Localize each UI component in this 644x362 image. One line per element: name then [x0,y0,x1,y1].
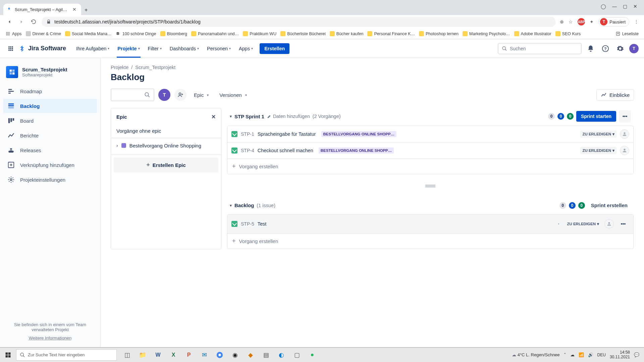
board-search[interactable] [111,88,154,101]
close-window-icon[interactable]: ✕ [633,4,637,9]
back-icon[interactable] [5,19,13,25]
epic-link[interactable]: BESTELLVORGANG ONLINE SHOPP… [319,147,394,154]
resize-handle[interactable] [227,182,634,190]
issues-without-epic[interactable]: Vorgänge ohne epic [111,124,221,138]
nav-projects[interactable]: Projekte▾ [113,39,144,58]
footer-link[interactable]: Weitere Informationen [5,336,95,341]
bookmark-item[interactable]: Bücherliste Bücherei [280,31,326,36]
sidebar-item-add-link[interactable]: Verknüpfung hinzufügen [3,158,97,172]
issue-more-icon[interactable]: ••• [617,218,629,230]
bookmark-item[interactable]: Social Media Mana… [65,31,112,36]
nav-dashboards[interactable]: Dashboards▾ [166,39,203,58]
assignee-filter-avatar[interactable]: T [158,89,170,101]
bookmark-leseliste[interactable]: Leseliste [615,31,639,36]
nav-your-work[interactable]: Ihre Aufgaben▾ [72,39,113,58]
bookmark-item[interactable]: Bloomberg [160,31,187,36]
bookmark-item[interactable]: SEO Kurs [555,31,581,36]
action-center-icon[interactable]: 💬 [634,352,639,357]
issue-summary[interactable]: Checkout schnell machen [258,148,313,153]
edge-icon[interactable]: ◐ [274,348,289,362]
issue-key[interactable]: STP-4 [241,148,254,153]
taskbar-search[interactable]: Zur Suche Text hier eingeben [16,349,117,361]
nav-people[interactable]: Personen▾ [203,39,235,58]
spotify-icon[interactable]: ● [305,348,320,362]
forward-icon[interactable] [17,19,25,25]
issue-key[interactable]: STP-1 [241,131,254,137]
status-dropdown[interactable]: ZU ERLEDIGEN▾ [580,147,616,154]
language-indicator[interactable]: DEU [597,353,606,357]
bookmark-item[interactable]: Dinner & Crime [26,31,61,36]
assignee-avatar[interactable] [604,219,614,229]
breadcrumb-root[interactable]: Projekte [111,65,128,70]
sidebar-item-roadmap[interactable]: Roadmap [3,84,97,98]
onedrive-icon[interactable]: ☁ [570,352,575,357]
bookmark-item[interactable]: Adobe Illustrator [514,31,551,36]
bookmark-item[interactable]: Praktikum WU [243,31,276,36]
chrome-icon[interactable] [212,348,227,362]
tray-chevron-icon[interactable]: ˄ [564,352,566,357]
bookmark-item[interactable]: Photoshop lernen [419,31,459,36]
notifications-icon[interactable] [585,43,596,54]
versions-filter[interactable]: Versionen▾ [216,90,250,100]
file-explorer-icon[interactable]: 📁 [135,348,150,362]
user-avatar[interactable]: T [629,44,639,53]
insights-button[interactable]: Einblicke [596,89,634,101]
sidebar-item-backlog[interactable]: Backlog [3,99,97,113]
chevron-right-icon[interactable]: › [116,143,118,148]
clock[interactable]: 14:58 30.11.2021 [610,350,630,359]
status-dropdown[interactable]: ZU ERLEDIGEN▾ [580,130,616,138]
nav-filters[interactable]: Filter▾ [144,39,166,58]
bookmark-apps[interactable]: Apps [5,31,22,36]
sidebar-item-reports[interactable]: Berichte [3,128,97,142]
address-bar[interactable]: testdeutsch1.atlassian.net/jira/software… [42,17,556,27]
adblock-icon[interactable]: ABP [578,18,585,25]
create-sprint-button[interactable]: Sprint erstellen [588,200,631,211]
sidebar-item-settings[interactable]: Projekteinstellungen [3,173,97,187]
app-icon[interactable]: ▤ [258,348,274,362]
settings-icon[interactable] [614,43,626,54]
new-tab-button[interactable]: + [81,5,91,15]
estimate-badge[interactable]: - [555,221,561,227]
add-dates-link[interactable]: Daten hinzufügen [267,114,310,119]
epic-link[interactable]: BESTELLVORGANG ONLINE SHOPP… [321,131,397,137]
mail-icon[interactable]: ✉ [197,348,212,362]
sidebar-item-releases[interactable]: Releases [3,143,97,157]
reload-icon[interactable] [30,19,38,25]
epic-filter[interactable]: Epic▾ [191,90,212,100]
zoom-icon[interactable]: ⊕ [560,19,564,24]
close-icon[interactable]: ✕ [211,114,216,120]
status-dropdown[interactable]: ZU ERLEDIGEN▾ [565,220,601,228]
browser-tab[interactable]: Scrum_Testprojekt – Agile-Board ✕ [3,4,81,15]
issue-row[interactable]: STP-4 Checkout schnell machen BESTELLVOR… [227,142,633,159]
jira-logo[interactable]: Jira Software [19,45,66,52]
bookmark-item[interactable]: Marketing Psycholo… [463,31,510,36]
project-header[interactable]: Scrum_Testprojekt Softwareprojekt [3,66,97,84]
start-button[interactable] [0,348,16,362]
bookmark-item[interactable]: Bücher kaufen [330,31,364,36]
notepad-icon[interactable]: ▢ [289,348,305,362]
global-search[interactable]: Suchen [498,43,582,54]
minimize-icon[interactable]: — [612,4,617,9]
volume-icon[interactable]: 🔊 [588,352,593,357]
create-button[interactable]: Erstellen [260,43,289,54]
create-epic-button[interactable]: +Erstellen Epic [114,158,218,173]
add-people-button[interactable] [174,89,186,101]
network-icon[interactable]: 📶 [579,352,584,357]
star-icon[interactable]: ☆ [569,19,573,24]
epic-item[interactable]: › Bestellvorgang Online Shopping [111,138,221,155]
weather-widget[interactable]: ☁ 4°C L. Regen/Schnee [512,352,560,357]
profile-chip[interactable]: T Pausiert [598,17,629,26]
start-sprint-button[interactable]: Sprint starten [576,111,616,122]
assignee-avatar[interactable] [620,146,629,155]
create-issue-button[interactable]: +Vorgang erstellen [227,159,633,174]
sprint-name[interactable]: STP Sprint 1 [234,114,264,119]
chrome-menu-icon[interactable]: ⋮ [634,19,639,24]
nav-apps[interactable]: Apps▾ [235,39,257,58]
app-switcher-icon[interactable] [5,43,16,54]
app-icon[interactable]: ◆ [243,348,258,362]
issue-row[interactable]: STP-1 Spracheingabe für Tastatur BESTELL… [227,126,633,142]
maximize-icon[interactable]: ▢ [623,4,627,9]
word-icon[interactable]: W [150,348,166,362]
issue-summary[interactable]: Test [258,221,267,227]
assignee-avatar[interactable] [620,129,629,139]
